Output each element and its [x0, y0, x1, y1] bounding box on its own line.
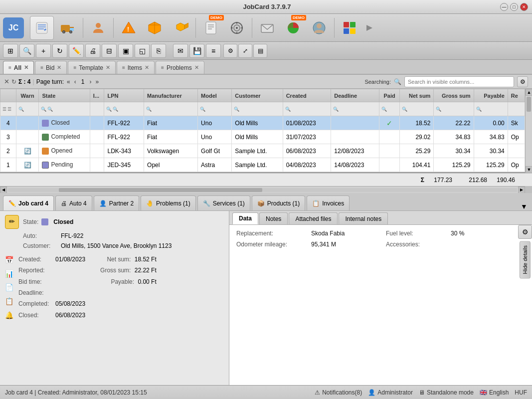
toolbar-document-button[interactable]: DEMO	[199, 16, 223, 40]
sec-edit-button[interactable]: ✏️	[69, 44, 84, 58]
col-warn-header[interactable]: Warn	[16, 89, 39, 102]
toolbar-person-button[interactable]	[86, 16, 110, 40]
scroll-down-button[interactable]: ▼	[526, 166, 532, 173]
edit-pencil-button[interactable]: ✏	[5, 215, 19, 229]
app-logo[interactable]: JC	[3, 17, 24, 38]
toolbar-mail-button[interactable]	[255, 16, 279, 40]
col-i-header[interactable]: I...	[90, 89, 104, 102]
refresh-filter-icon[interactable]: ↻	[11, 78, 16, 85]
col-mfr-header[interactable]: Manufacturer	[144, 89, 198, 102]
nav-last-button[interactable]: »	[94, 77, 100, 86]
tab-problems[interactable]: ≡ Problems ✕	[156, 61, 204, 74]
col-num-header[interactable]	[0, 89, 16, 102]
col-re-header[interactable]: Re	[508, 89, 525, 102]
table-row[interactable]: 2 🔄 Opened LDK-343 Volkswagen Golf Gt Sa…	[0, 144, 525, 158]
search-input[interactable]	[404, 76, 514, 87]
scroll-thumb[interactable]	[527, 97, 531, 112]
detail-tab-internal-notes[interactable]: Internal notes	[339, 212, 388, 224]
tab-template[interactable]: ≡ Template ✕	[68, 61, 116, 74]
table-row[interactable]: 1 🔄 Pending JED-345 Opel Astra Sample Lt…	[0, 158, 525, 172]
hide-details-button[interactable]: Hide details	[520, 241, 531, 278]
toolbar-boxes-button[interactable]	[169, 16, 192, 40]
toolbar-edit-button[interactable]	[30, 16, 54, 40]
sec-refresh-button[interactable]: ↻	[52, 44, 67, 58]
sec-search-button[interactable]: 🔍	[19, 44, 34, 58]
col-created-header[interactable]: Created	[283, 89, 331, 102]
table-row[interactable]: 3 Completed FFL-922 Fiat Uno Old Mills 3…	[0, 130, 525, 144]
col-paid-header[interactable]: Paid	[379, 89, 399, 102]
sec-copy-button[interactable]: ⎘	[151, 44, 166, 58]
sec-settings-button[interactable]: ⚙	[223, 44, 237, 58]
tab-bid[interactable]: ≡ Bid ✕	[35, 61, 67, 74]
toolbar-target-button[interactable]	[225, 16, 249, 40]
tab-items[interactable]: ≡ Items ✕	[117, 61, 155, 74]
language-item[interactable]: 🇬🇧 English	[480, 389, 509, 396]
minimize-button[interactable]: —	[500, 3, 508, 11]
odometer-label: Odometer mileage:	[236, 241, 306, 248]
sec-window2-button[interactable]: ◱	[135, 44, 150, 58]
currency-item[interactable]: HUF	[515, 389, 527, 396]
toolbar-pie-chart-button[interactable]: DEMO	[281, 16, 305, 40]
toolbar-alert-button[interactable]: !	[117, 16, 141, 40]
col-lpn-header[interactable]: LPN	[104, 89, 144, 102]
sec-expand-button[interactable]: ⤢	[238, 44, 252, 58]
col-deadline-header[interactable]: Deadline	[331, 89, 379, 102]
tab-bid-close[interactable]: ✕	[57, 64, 61, 71]
standalone-mode-item[interactable]: 🖥 Standalone mode	[419, 389, 474, 396]
tab-items-close[interactable]: ✕	[145, 64, 149, 71]
nav-prev-button[interactable]: ‹	[73, 77, 77, 86]
notifications-item[interactable]: ⚠ Notifications(8)	[315, 389, 362, 396]
col-gross-header[interactable]: Gross sum	[434, 89, 474, 102]
gross-sum-label: Gross sum:	[100, 267, 131, 274]
sec-save-button[interactable]: 💾	[189, 44, 204, 58]
tab-template-close[interactable]: ✕	[106, 64, 110, 71]
toolbar-grid-button[interactable]	[338, 16, 361, 40]
bottom-tab-problems[interactable]: 🤚 Problems (1)	[141, 196, 196, 210]
sec-list-button[interactable]: ≡	[206, 44, 221, 58]
bottom-tab-partner2[interactable]: 👤 Partner 2	[94, 196, 139, 210]
vertical-scrollbar[interactable]: ▲ ▼	[525, 89, 532, 173]
sec-print-button[interactable]: 🖨	[85, 44, 100, 58]
close-filter-icon[interactable]: ✕	[4, 78, 9, 85]
sec-layout-button[interactable]: ▤	[253, 44, 267, 58]
collapse-arrow-button[interactable]: ▼	[519, 202, 529, 210]
detail-tab-notes[interactable]: Notes	[259, 212, 288, 224]
bottom-tab-auto4[interactable]: 🖨 Auto 4	[55, 196, 92, 210]
col-net-header[interactable]: Net sum	[400, 89, 434, 102]
col-cust-header[interactable]: Customer	[232, 89, 283, 102]
toolbar-arrow-button[interactable]	[363, 16, 375, 40]
search-settings-button[interactable]: ⚙	[517, 76, 528, 87]
h-scroll-right-button[interactable]: ▶	[518, 187, 525, 194]
scroll-up-button[interactable]: ▲	[526, 89, 532, 96]
tab-problems-close[interactable]: ✕	[194, 64, 199, 71]
col-model-header[interactable]: Model	[198, 89, 232, 102]
tab-all-close[interactable]: ✕	[24, 64, 28, 71]
nav-next-button[interactable]: ›	[88, 77, 92, 86]
sec-grid-button[interactable]: ⊞	[3, 44, 18, 58]
maximize-button[interactable]: □	[510, 3, 518, 11]
col-state-header[interactable]: State	[39, 89, 90, 102]
bottom-tab-invoices[interactable]: 📋 Invoices	[307, 196, 350, 210]
bottom-tab-products[interactable]: 📦 Products (1)	[252, 196, 305, 210]
sec-window1-button[interactable]: ▣	[118, 44, 133, 58]
table-row[interactable]: 4 Closed FFL-922 Fiat Uno Old Mills 01/0…	[0, 116, 525, 130]
sec-email-button[interactable]: ✉	[173, 44, 188, 58]
bottom-tab-services[interactable]: 🔧 Services (1)	[197, 196, 250, 210]
bottom-tab-jobcard4[interactable]: ✏️ Job card 4	[3, 196, 54, 210]
h-scroll-thumb[interactable]	[59, 188, 262, 192]
toolbar-box-button[interactable]	[143, 16, 167, 40]
user-item[interactable]: 👤 Administrator	[368, 389, 413, 396]
sec-filter-button[interactable]: ⊟	[102, 44, 117, 58]
sec-add-button[interactable]: +	[36, 44, 51, 58]
h-scroll-left-button[interactable]: ◀	[0, 187, 7, 194]
toolbar-truck-button[interactable]	[56, 16, 80, 40]
toolbar-avatar-button[interactable]	[307, 16, 331, 40]
close-button[interactable]: ✕	[520, 3, 528, 11]
nav-first-button[interactable]: «	[66, 77, 71, 86]
horizontal-scrollbar[interactable]: ◀ ▶	[0, 186, 525, 193]
right-gear-button[interactable]: ⚙	[518, 225, 532, 239]
tab-all[interactable]: ≡ All ✕	[3, 61, 34, 74]
detail-tab-data[interactable]: Data	[232, 212, 258, 224]
detail-tab-attached-files[interactable]: Attached files	[289, 212, 338, 224]
col-payable-header[interactable]: Payable	[474, 89, 508, 102]
